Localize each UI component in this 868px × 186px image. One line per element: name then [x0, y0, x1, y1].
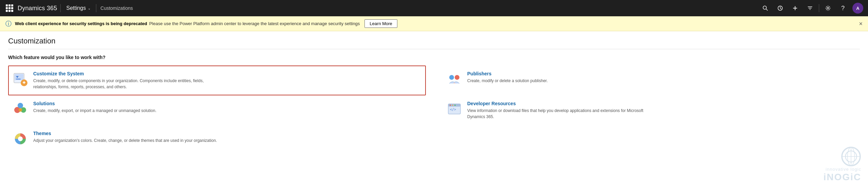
notice-body-text: Please use the Power Platform admin cent…	[149, 21, 360, 26]
nav-divider-2	[96, 4, 96, 12]
customize-system-desc: Create, modify, or delete components in …	[33, 78, 223, 90]
nav-icons-group: ? A	[758, 0, 865, 16]
svg-point-13	[449, 75, 454, 80]
watermark-text2: iNOGiC	[823, 172, 861, 183]
feature-themes[interactable]: Themes Adjust your organization's colors…	[8, 125, 426, 152]
filter-icon	[807, 5, 813, 11]
solutions-text: Solutions Create, modify, export, or imp…	[33, 101, 156, 114]
developer-resources-icon: </>	[446, 101, 462, 117]
waffle-grid	[6, 4, 13, 12]
info-icon: ⓘ	[5, 20, 12, 28]
publishers-title: Publishers	[467, 71, 548, 76]
history-icon	[777, 5, 783, 11]
customize-system-text: Customize the System Create, modify, or …	[33, 71, 223, 90]
solutions-desc: Create, modify, export, or import a mana…	[33, 108, 156, 114]
themes-desc: Adjust your organization's colors. Creat…	[33, 137, 217, 144]
themes-title: Themes	[33, 131, 217, 136]
solutions-title: Solutions	[33, 101, 156, 106]
svg-point-23	[454, 105, 456, 106]
search-button[interactable]	[758, 0, 773, 16]
gear-button[interactable]	[821, 0, 835, 16]
filter-button[interactable]	[803, 0, 817, 16]
add-icon	[792, 5, 798, 11]
watermark-text1: innovative logic	[826, 167, 861, 172]
notice-bold-text: Web client experience for security setti…	[15, 21, 147, 26]
developer-resources-desc: View information or download files that …	[467, 108, 657, 120]
page-content: Customization Which feature would you li…	[0, 31, 868, 158]
svg-rect-10	[24, 81, 25, 84]
developer-resources-title: Developer Resources	[467, 101, 657, 106]
customize-system-icon	[12, 71, 28, 87]
add-button[interactable]	[788, 0, 803, 16]
settings-chevron-icon: ⌄	[88, 6, 91, 10]
waffle-button[interactable]	[3, 1, 16, 15]
settings-label: Settings	[66, 5, 86, 11]
user-avatar[interactable]: A	[852, 3, 863, 14]
svg-point-0	[763, 6, 767, 10]
avatar-initials: A	[856, 6, 859, 11]
nav-bar: Dynamics 365 Settings ⌄ Customizations	[0, 0, 868, 16]
feature-developer-resources[interactable]: </> Developer Resources View information…	[442, 95, 860, 125]
help-button[interactable]: ?	[835, 0, 850, 16]
customize-system-title: Customize the System	[33, 71, 223, 76]
svg-point-26	[18, 136, 23, 141]
svg-point-22	[452, 105, 453, 106]
gear-icon	[825, 5, 831, 11]
svg-point-18	[19, 108, 22, 112]
publishers-text: Publishers Create, modify or delete a so…	[467, 71, 548, 84]
feature-grid: Customize the System Create, modify, or …	[8, 66, 860, 152]
solutions-icon	[12, 101, 28, 117]
svg-rect-12	[16, 79, 21, 79]
svg-line-1	[766, 9, 768, 11]
breadcrumb: Customizations	[100, 5, 133, 11]
svg-point-5	[827, 7, 829, 9]
publishers-icon	[446, 71, 462, 87]
search-icon	[763, 5, 768, 11]
svg-point-17	[18, 103, 23, 108]
app-title: Dynamics 365	[18, 5, 57, 12]
settings-menu-button[interactable]: Settings ⌄	[63, 4, 93, 13]
svg-point-21	[450, 105, 451, 106]
svg-text:</>: </>	[450, 108, 456, 111]
help-icon: ?	[841, 5, 845, 12]
feature-customize-system[interactable]: Customize the System Create, modify, or …	[8, 66, 426, 95]
svg-point-14	[455, 75, 459, 80]
nav-divider-3	[819, 4, 819, 12]
themes-text: Themes Adjust your organization's colors…	[33, 131, 217, 144]
feature-solutions[interactable]: Solutions Create, modify, export, or imp…	[8, 95, 426, 125]
publishers-desc: Create, modify or delete a solution publ…	[467, 78, 548, 84]
page-title: Customization	[8, 37, 860, 49]
learn-more-button[interactable]: Learn More	[364, 19, 397, 28]
notice-close-button[interactable]: ×	[859, 21, 863, 27]
developer-resources-text: Developer Resources View information or …	[467, 101, 657, 120]
notice-bar: ⓘ Web client experience for security set…	[0, 16, 868, 31]
history-button[interactable]	[773, 0, 788, 16]
themes-icon	[12, 131, 28, 147]
nav-divider	[60, 4, 61, 12]
feature-publishers[interactable]: Publishers Create, modify or delete a so…	[442, 66, 860, 95]
section-heading: Which feature would you like to work wit…	[8, 55, 860, 60]
